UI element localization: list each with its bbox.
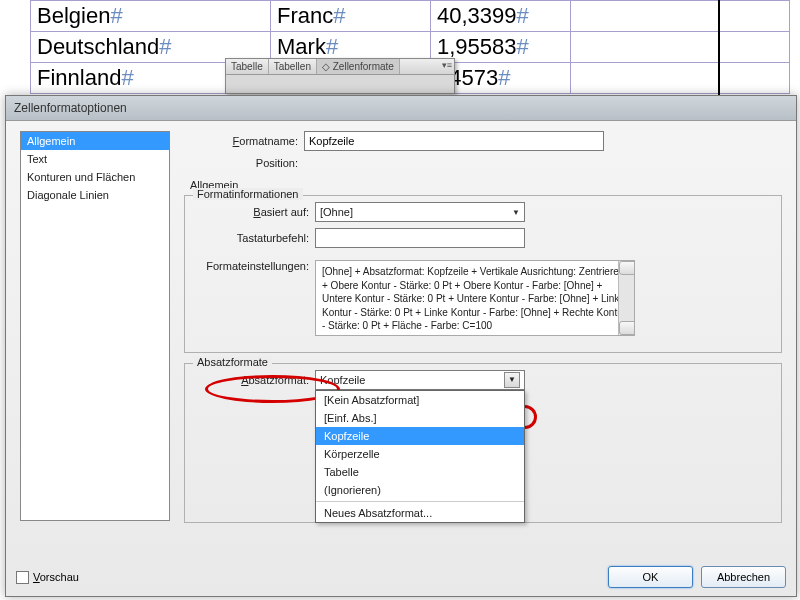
absatzformat-combo[interactable]: Kopfzeile ▼ [Kein Absatzformat] [Einf. A… bbox=[315, 370, 525, 390]
combo-option[interactable]: (Ignorieren) bbox=[316, 481, 524, 499]
cell: Belgien# bbox=[31, 1, 271, 32]
combo-option-selected[interactable]: Kopfzeile bbox=[316, 427, 524, 445]
basiert-label: Basiert auf: bbox=[195, 206, 315, 218]
cell-format-options-dialog: Zellenformatoptionen Allgemein Text Kont… bbox=[5, 95, 797, 597]
combo-option[interactable]: Tabelle bbox=[316, 463, 524, 481]
ok-button[interactable]: OK bbox=[608, 566, 693, 588]
combo-option[interactable]: [Kein Absatzformat] bbox=[316, 391, 524, 409]
dialog-title: Zellenformatoptionen bbox=[6, 96, 796, 121]
formatname-input[interactable] bbox=[304, 131, 604, 151]
panel-menu-icon[interactable]: ▾≡ bbox=[442, 60, 452, 70]
tab-tabellen[interactable]: Tabellen bbox=[269, 59, 317, 74]
settings-box: [Ohne] + Absatzformat: Kopfzeile + Verti… bbox=[315, 260, 635, 336]
formatinfo-fieldset: Formatinformationen Basiert auf: [Ohne]▼… bbox=[184, 195, 782, 353]
combo-option[interactable]: [Einf. Abs.] bbox=[316, 409, 524, 427]
page-edge bbox=[718, 0, 720, 100]
scroll-up-icon[interactable]: ▴ bbox=[619, 261, 635, 275]
basiert-dropdown[interactable]: [Ohne]▼ bbox=[315, 202, 525, 222]
list-item-konturen[interactable]: Konturen und Flächen bbox=[21, 168, 169, 186]
separator bbox=[316, 501, 524, 502]
scroll-down-icon[interactable]: ▾ bbox=[619, 321, 635, 335]
cell: 40,3399# bbox=[431, 1, 571, 32]
position-label: Position: bbox=[184, 157, 304, 169]
tastatur-input[interactable] bbox=[315, 228, 525, 248]
checkbox-box[interactable] bbox=[16, 571, 29, 584]
cancel-button[interactable]: Abbrechen bbox=[701, 566, 786, 588]
cell-styles-panel[interactable]: Tabelle Tabellen ◇ Zellenformate ▾≡ bbox=[225, 58, 455, 94]
absatzformat-label: Absatzformat: bbox=[195, 374, 315, 386]
absatzformat-dropdown-list[interactable]: [Kein Absatzformat] [Einf. Abs.] Kopfzei… bbox=[315, 390, 525, 523]
absatzformate-legend: Absatzformate bbox=[193, 356, 272, 368]
sort-icon: ◇ bbox=[322, 61, 330, 72]
category-list[interactable]: Allgemein Text Konturen und Flächen Diag… bbox=[20, 131, 170, 521]
chevron-down-icon: ▼ bbox=[512, 208, 520, 217]
dialog-footer: Vorschau OK Abbrechen bbox=[16, 566, 786, 588]
settings-label: Formateinstellungen: bbox=[195, 260, 315, 272]
cell: Franc# bbox=[271, 1, 431, 32]
combo-option-new[interactable]: Neues Absatzformat... bbox=[316, 504, 524, 522]
combo-option[interactable]: Körperzelle bbox=[316, 445, 524, 463]
list-item-diagonale[interactable]: Diagonale Linien bbox=[21, 186, 169, 204]
chevron-down-icon[interactable]: ▼ bbox=[504, 372, 520, 388]
list-item-text[interactable]: Text bbox=[21, 150, 169, 168]
tab-zellenformate[interactable]: ◇ Zellenformate bbox=[317, 59, 400, 74]
scrollbar[interactable]: ▴ ▾ bbox=[618, 261, 634, 335]
combo-value: Kopfzeile bbox=[320, 374, 365, 386]
formatinfo-legend: Formatinformationen bbox=[193, 188, 303, 200]
options-panel: Formatname: Position: Allgemein Formatin… bbox=[184, 131, 796, 566]
formatname-label: Formatname: bbox=[184, 135, 304, 147]
tastatur-label: Tastaturbefehl: bbox=[195, 232, 315, 244]
absatzformate-fieldset: Absatzformate Absatzformat: Kopfzeile ▼ … bbox=[184, 363, 782, 523]
tab-tabelle[interactable]: Tabelle bbox=[226, 59, 269, 74]
vorschau-checkbox[interactable]: Vorschau bbox=[16, 571, 79, 584]
list-item-allgemein[interactable]: Allgemein bbox=[21, 132, 169, 150]
